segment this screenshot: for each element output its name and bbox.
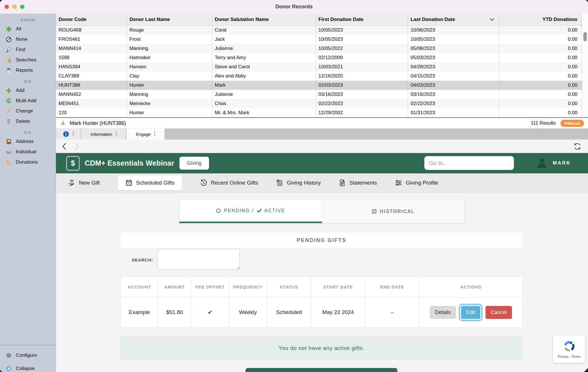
traffic-lights xyxy=(5,0,24,13)
giving-nav-bar: New Gift Scheduled Gifts Recent Online G… xyxy=(56,173,588,192)
tab-engage[interactable]: Engage xyxy=(127,129,165,140)
giving-portal-header: $ CDM+ Essentials Webinar Giving MARK xyxy=(56,153,588,173)
sidebar-item-find[interactable]: Find xyxy=(0,44,56,55)
table-row-selected[interactable]: HUNT386HunterMark02/03/202304/03/20230.0… xyxy=(56,81,588,90)
goto-input[interactable] xyxy=(424,156,514,170)
column-header-donor-code[interactable]: Donor Code xyxy=(56,13,127,25)
address-icon xyxy=(6,139,12,145)
table-row[interactable]: HANS394HansenSteve and Carol10/03/202104… xyxy=(56,62,588,71)
column-header-donor-last-name[interactable]: Donor Last Name xyxy=(127,13,212,25)
filtered-badge[interactable]: Filtered xyxy=(560,120,584,127)
tab-info[interactable] xyxy=(56,129,81,140)
table-row[interactable]: 1599HatmakerTerry and Amy02/12/200905/03… xyxy=(56,53,588,62)
tab-historical[interactable]: HISTORICAL xyxy=(322,200,464,223)
donor-table-header: Donor Code Donor Last Name Donor Salutat… xyxy=(56,13,588,26)
sidebar-item-delete[interactable]: Delete xyxy=(0,116,56,127)
nav-item-recent-online-gifts[interactable]: Recent Online Gifts xyxy=(200,179,258,187)
add-icon xyxy=(6,88,12,94)
nav-item-giving-history[interactable]: Giving History xyxy=(276,179,321,187)
sidebar-item-configure[interactable]: Configure xyxy=(0,349,56,362)
sidebar: SHOW All None Find Searches Reports DO A… xyxy=(0,13,56,372)
table-row[interactable]: MANN414ManningJulianne10/05/202205/08/20… xyxy=(56,44,588,53)
recaptcha-badge[interactable]: Privacy - Terms xyxy=(553,335,585,363)
record-tab-strip: Information Engage xyxy=(56,129,588,140)
tab-information[interactable]: Information xyxy=(81,129,126,140)
organization-name: CDM+ Essentials Webinar xyxy=(85,159,174,167)
bottom-action-button[interactable] xyxy=(245,368,397,372)
forward-icon[interactable] xyxy=(73,142,81,151)
sidebar-item-address[interactable]: Address xyxy=(0,136,56,147)
no-active-gifts-message: You do not have any active gifts. xyxy=(121,337,523,359)
sidebar-item-add[interactable]: Add xyxy=(0,85,56,96)
gift-status-tabs: PENDING / ACTIVE HISTORICAL xyxy=(179,200,464,223)
searches-icon xyxy=(6,57,12,63)
kebab-menu-icon[interactable] xyxy=(116,131,117,137)
reports-icon xyxy=(6,67,12,73)
sidebar-item-donations[interactable]: Donations xyxy=(0,157,56,167)
nav-item-giving-profile[interactable]: Giving Profile xyxy=(395,179,438,187)
nav-item-scheduled-gifts[interactable]: Scheduled Gifts xyxy=(118,175,182,190)
new-gift-icon xyxy=(68,179,76,187)
change-icon xyxy=(6,108,12,114)
nav-item-new-gift[interactable]: New Gift xyxy=(68,179,100,187)
search-input[interactable] xyxy=(158,249,240,270)
close-window-button[interactable] xyxy=(5,5,9,9)
info-icon xyxy=(63,131,69,137)
gifts-table-header: ACCOUNT AMOUNT FEE OFFSET FREQUENCY STAT… xyxy=(121,277,522,297)
gift-end-date: – xyxy=(365,297,419,327)
titlebar: Donor Records xyxy=(0,0,588,14)
table-row[interactable]: MEIN451MeineckeChas02/22/202302/22/20230… xyxy=(56,99,588,108)
none-icon xyxy=(6,36,12,42)
giving-history-icon xyxy=(276,179,283,187)
app-window: Donor Records SHOW All None Find Searche… xyxy=(0,0,588,372)
sidebar-item-collapse[interactable]: Collapse xyxy=(0,362,56,372)
gift-frequency: Weekly xyxy=(229,297,267,327)
minimize-window-button[interactable] xyxy=(12,5,17,9)
table-row[interactable]: CLAY389ClayAlex and Abby12/16/202004/15/… xyxy=(56,71,588,81)
sidebar-item-change[interactable]: Change xyxy=(0,106,56,116)
cancel-button[interactable]: Cancel xyxy=(486,306,512,319)
sidebar-item-individual[interactable]: Individual xyxy=(0,147,56,157)
window-resize-handle[interactable] xyxy=(584,368,588,372)
recaptcha-privacy-terms[interactable]: Privacy - Terms xyxy=(558,355,580,358)
sidebar-section-do: DO xyxy=(0,78,56,85)
donations-icon xyxy=(6,159,12,165)
back-icon[interactable] xyxy=(60,142,69,151)
kebab-menu-icon[interactable] xyxy=(73,131,74,137)
sidebar-item-reports[interactable]: Reports xyxy=(0,65,56,75)
column-header-donor-salutation-name[interactable]: Donor Salutation Name xyxy=(212,13,316,25)
recent-online-gifts-icon xyxy=(200,179,207,187)
sidebar-item-searches[interactable]: Searches xyxy=(0,55,56,65)
scrollbar-thumb[interactable] xyxy=(583,32,587,41)
pending-gifts-table: ACCOUNT AMOUNT FEE OFFSET FREQUENCY STAT… xyxy=(121,276,523,328)
sort-chevron-down-icon xyxy=(490,18,494,21)
gift-actions: Details Edit Cancel xyxy=(419,297,522,327)
edit-button[interactable]: Edit xyxy=(461,306,480,319)
column-header-first-donation-date[interactable]: First Donation Date xyxy=(316,13,408,25)
giving-app-button[interactable]: Giving xyxy=(179,157,209,170)
table-row[interactable]: 120HunterMr. & Mrs. Mark12/29/200201/31/… xyxy=(56,108,588,117)
sidebar-item-all[interactable]: All xyxy=(0,24,56,34)
zoom-window-button[interactable] xyxy=(20,5,24,9)
tab-pending-active[interactable]: PENDING / ACTIVE xyxy=(179,200,322,223)
table-row[interactable]: ROUG458RougeCoral10/05/202310/06/20230.0… xyxy=(56,26,588,35)
details-button[interactable]: Details xyxy=(430,306,456,319)
column-header-ytd-donations[interactable]: YTD Donations xyxy=(499,13,582,25)
sidebar-item-multi-add[interactable]: Multi-Add xyxy=(0,96,56,106)
kebab-menu-icon[interactable] xyxy=(154,131,155,137)
gift-account: Example xyxy=(121,297,158,327)
refresh-icon[interactable] xyxy=(573,142,582,151)
recaptcha-logo-icon xyxy=(563,340,575,352)
gift-fee-offset-check-icon: ✔ xyxy=(191,297,229,327)
configure-icon xyxy=(6,352,12,359)
statements-icon xyxy=(339,179,346,187)
vertical-scrollbar[interactable] xyxy=(582,13,588,117)
user-chip[interactable]: MARK xyxy=(536,157,571,169)
sidebar-section-go: GO xyxy=(0,129,56,136)
table-row[interactable]: FROS461FrostJack10/05/202310/05/20230.00 xyxy=(56,35,588,44)
active-check-icon xyxy=(257,209,262,213)
column-header-last-donation-date[interactable]: Last Donation Date xyxy=(408,13,499,25)
nav-item-statements[interactable]: Statements xyxy=(339,179,377,187)
table-row[interactable]: MANN452ManningJuilanne03/16/202303/16/20… xyxy=(56,90,588,99)
sidebar-item-none[interactable]: None xyxy=(0,34,56,44)
